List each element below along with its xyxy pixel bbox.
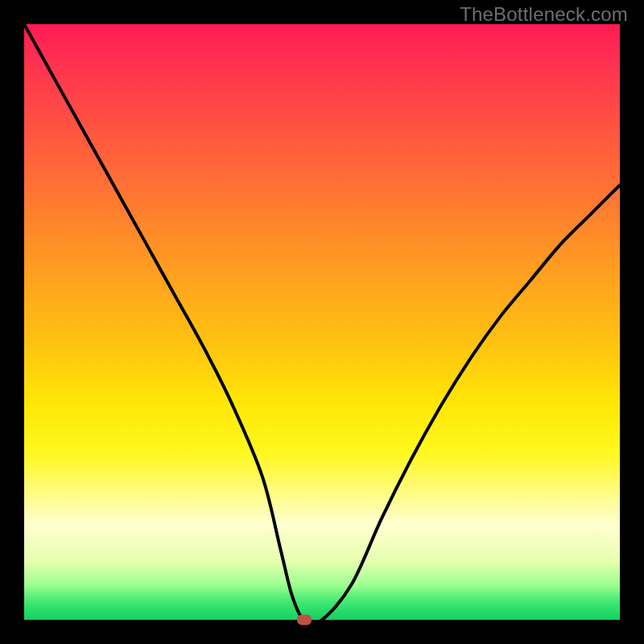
target-marker bbox=[297, 615, 312, 625]
watermark-text: TheBottleneck.com bbox=[460, 3, 628, 26]
curve-path bbox=[24, 24, 620, 620]
chart-frame: TheBottleneck.com bbox=[0, 0, 644, 644]
plot-area bbox=[24, 24, 620, 620]
curve-svg bbox=[24, 24, 620, 620]
